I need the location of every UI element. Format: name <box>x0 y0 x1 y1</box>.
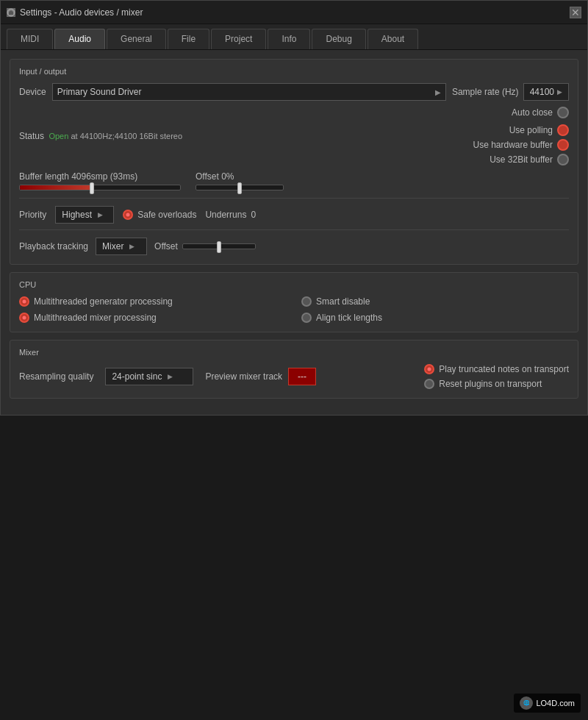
buffer-length-slider[interactable] <box>19 185 181 190</box>
offset-group: Offset 0% <box>196 171 284 190</box>
tab-project[interactable]: Project <box>211 29 266 49</box>
status-detail-text: at 44100Hz;44100 16Bit stereo <box>71 132 182 140</box>
mixer-radio-1[interactable] <box>424 379 434 389</box>
offset-slider[interactable] <box>196 185 284 190</box>
cpu-label-3: Align tick lengths <box>316 313 382 323</box>
status-row: Status Open at 44100Hz;44100 16Bit stere… <box>19 107 569 165</box>
playback-tracking-dropdown[interactable]: Mixer ▶ <box>96 238 147 255</box>
cpu-radio-1[interactable] <box>301 296 312 307</box>
watermark: 🌐 LO4D.com <box>514 694 581 713</box>
tab-about[interactable]: About <box>368 29 418 49</box>
tab-general[interactable]: General <box>107 29 166 49</box>
cpu-option-0: Multithreaded generator processing <box>19 296 287 307</box>
underruns-label: Underruns <box>205 210 246 220</box>
mixer-radio-0[interactable] <box>424 364 434 374</box>
use-32bit-buffer-toggle[interactable] <box>557 154 569 165</box>
use-polling-row: Use polling <box>509 124 569 136</box>
playback-tracking-label: Playback tracking <box>19 241 88 252</box>
priority-dropdown[interactable]: Highest ▶ <box>55 206 114 224</box>
preview-section: Preview mixer track --- <box>205 368 316 385</box>
close-button[interactable]: ✕ <box>570 7 581 18</box>
tab-info[interactable]: Info <box>268 29 310 49</box>
tab-midi[interactable]: MIDI <box>7 29 53 49</box>
device-value: Primary Sound Driver <box>57 87 142 97</box>
safe-overloads-radio[interactable] <box>123 210 133 220</box>
playback-tracking-value: Mixer <box>102 241 123 252</box>
separator-1 <box>19 198 569 199</box>
preview-mixer-button[interactable]: --- <box>288 368 316 385</box>
cpu-radio-0[interactable] <box>19 296 29 307</box>
device-dropdown-arrow: ▶ <box>435 88 441 96</box>
auto-close-row: Auto close <box>512 107 569 118</box>
app-icon <box>7 8 15 17</box>
underruns-group: Underruns 0 <box>205 210 256 220</box>
sample-rate-box: Sample rate (Hz) 44100 ▶ <box>452 83 569 101</box>
mixer-option-1: Reset plugins on transport <box>424 379 569 389</box>
priority-value: Highest <box>62 210 92 220</box>
device-label: Device <box>19 87 46 97</box>
safe-overloads-group: Safe overloads <box>123 210 196 220</box>
tab-debug[interactable]: Debug <box>312 29 365 49</box>
resampling-value: 24-point sinc <box>112 371 162 382</box>
use-polling-toggle[interactable] <box>557 124 569 136</box>
playback-offset-slider[interactable] <box>182 243 256 249</box>
main-window: Settings - Audio devices / mixer ✕ MIDI … <box>0 0 588 416</box>
resampling-arrow: ▶ <box>168 373 173 380</box>
auto-close-label: Auto close <box>512 107 553 118</box>
mixer-options: Play truncated notes on transport Reset … <box>424 364 569 389</box>
resampling-dropdown[interactable]: 24-point sinc ▶ <box>105 368 193 385</box>
title-bar-left: Settings - Audio devices / mixer <box>7 7 143 18</box>
mixer-option-0: Play truncated notes on transport <box>424 364 569 374</box>
cpu-section: CPU Multithreaded generator processing S… <box>10 272 578 332</box>
buffer-length-label: Buffer length 4096smp (93ms) <box>19 171 181 182</box>
cpu-option-3: Align tick lengths <box>301 313 569 323</box>
use-hardware-buffer-label: Use hardware buffer <box>473 140 553 150</box>
watermark-text: LO4D.com <box>536 699 575 707</box>
sample-rate-dropdown[interactable]: 44100 ▶ <box>523 83 569 101</box>
cpu-options-grid: Multithreaded generator processing Smart… <box>19 296 569 323</box>
use-hardware-buffer-toggle[interactable] <box>557 139 569 151</box>
tab-file[interactable]: File <box>168 29 209 49</box>
cpu-label-0: Multithreaded generator processing <box>34 296 173 307</box>
mixer-main-row: Resampling quality 24-point sinc ▶ Previ… <box>19 364 569 389</box>
use-32bit-buffer-label: Use 32Bit buffer <box>490 154 553 165</box>
offset-label: Offset 0% <box>196 171 284 182</box>
playback-offset-group: Offset <box>154 241 256 252</box>
offset-thumb[interactable] <box>237 182 242 194</box>
buffer-slider-row: Buffer length 4096smp (93ms) Offset 0% <box>19 171 569 190</box>
tab-audio[interactable]: Audio <box>54 29 105 49</box>
playback-offset-thumb[interactable] <box>217 241 221 253</box>
auto-close-toggle[interactable] <box>557 107 569 118</box>
use-32bit-buffer-row: Use 32Bit buffer <box>490 154 569 165</box>
playback-tracking-arrow: ▶ <box>129 243 135 250</box>
sample-rate-value: 44100 <box>530 87 554 97</box>
resampling-label: Resampling quality <box>19 371 93 382</box>
cpu-radio-3[interactable] <box>301 313 312 323</box>
mixer-option-label-1: Reset plugins on transport <box>439 379 542 389</box>
playback-offset-label: Offset <box>154 241 178 252</box>
preview-mixer-label: Preview mixer track <box>205 371 282 382</box>
cpu-label-2: Multithreaded mixer processing <box>34 313 157 323</box>
cpu-radio-2[interactable] <box>19 313 29 323</box>
window-title: Settings - Audio devices / mixer <box>20 7 143 18</box>
title-bar: Settings - Audio devices / mixer ✕ <box>1 1 587 24</box>
status-info: Status Open at 44100Hz;44100 16Bit stere… <box>19 131 182 141</box>
cpu-option-2: Multithreaded mixer processing <box>19 313 287 323</box>
tab-bar: MIDI Audio General File Project Info Deb… <box>1 24 587 50</box>
cpu-title: CPU <box>19 280 569 289</box>
watermark-logo: 🌐 <box>520 696 533 710</box>
input-output-section: Input / output Device Primary Sound Driv… <box>10 59 578 265</box>
input-output-title: Input / output <box>19 67 569 76</box>
priority-label: Priority <box>19 210 46 220</box>
playback-tracking-row: Playback tracking Mixer ▶ Offset <box>19 238 569 255</box>
sample-rate-label: Sample rate (Hz) <box>452 87 519 97</box>
mixer-title: Mixer <box>19 348 569 357</box>
cpu-option-1: Smart disable <box>301 296 569 307</box>
mixer-section: Mixer Resampling quality 24-point sinc ▶… <box>10 340 578 399</box>
use-polling-label: Use polling <box>509 125 553 135</box>
mixer-option-label-0: Play truncated notes on transport <box>439 364 569 374</box>
buffer-length-thumb[interactable] <box>90 182 94 194</box>
cpu-label-1: Smart disable <box>316 296 370 307</box>
priority-row: Priority Highest ▶ Safe overloads Underr… <box>19 206 569 224</box>
device-dropdown[interactable]: Primary Sound Driver ▶ <box>52 83 446 101</box>
